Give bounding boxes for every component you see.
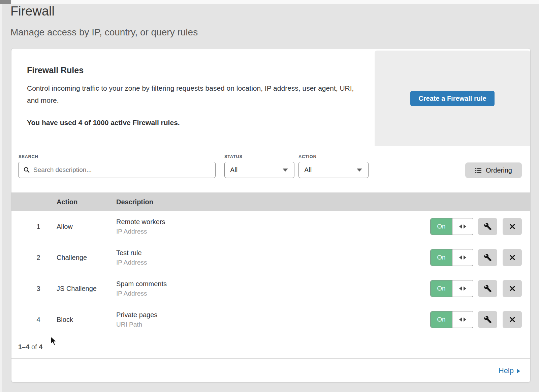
column-header-description: Description: [116, 198, 153, 206]
table-row: 4 Block Private pages URI Path On: [11, 304, 530, 335]
help-link[interactable]: Help: [499, 366, 520, 375]
status-selected-value: All: [230, 166, 237, 174]
delete-rule-button[interactable]: [503, 311, 522, 328]
action-select[interactable]: All: [298, 162, 369, 178]
ordering-button[interactable]: Ordering: [465, 162, 522, 178]
wrench-icon: [484, 222, 492, 231]
delete-rule-button[interactable]: [503, 218, 522, 235]
rule-action: Challenge: [57, 253, 87, 261]
triangle-right-icon: [464, 224, 466, 229]
column-header-action: Action: [57, 198, 77, 206]
triangle-right-icon: [464, 287, 466, 291]
rule-field: URI Path: [116, 321, 157, 328]
close-icon: [509, 316, 516, 323]
ordering-list-icon: [475, 167, 482, 174]
status-select[interactable]: All: [224, 162, 294, 178]
close-icon: [509, 223, 516, 230]
chevron-down-icon: [357, 169, 362, 172]
table-row: 1 Allow Remote workers IP Address On: [11, 211, 530, 242]
row-controls: On: [430, 280, 522, 297]
rule-action: Block: [57, 315, 73, 323]
card-footer: Help: [11, 358, 530, 383]
create-firewall-rule-button[interactable]: Create a Firewall rule: [410, 91, 495, 106]
rules-usage-text: You have used 4 of 1000 active Firewall …: [27, 119, 180, 127]
wrench-icon: [484, 253, 492, 262]
card-heading: Firewall Rules: [27, 65, 84, 75]
drag-arrows-icon[interactable]: [452, 249, 473, 266]
search-icon: [23, 167, 30, 173]
rule-priority: 4: [32, 315, 45, 323]
pagination-total: 4: [39, 343, 42, 350]
ordering-button-label: Ordering: [486, 167, 512, 174]
rule-action: JS Challenge: [57, 284, 97, 292]
action-label: ACTION: [298, 154, 316, 159]
page-subtitle: Manage access by IP, country, or query r…: [10, 27, 198, 38]
triangle-left-icon: [459, 318, 462, 322]
table-header: Action Description: [11, 192, 530, 211]
pagination-of-label: of: [31, 343, 37, 350]
rule-priority: 1: [32, 222, 45, 230]
triangle-left-icon: [459, 287, 462, 291]
drag-arrows-icon[interactable]: [452, 311, 473, 328]
pagination: 1–4 of 4: [11, 335, 530, 358]
rule-enabled-toggle[interactable]: On: [430, 249, 473, 266]
edit-rule-button[interactable]: [478, 311, 497, 328]
rule-field: IP Address: [116, 259, 147, 266]
window-chrome-left-strip: [0, 4, 2, 392]
wrench-icon: [484, 284, 492, 293]
search-label: SEARCH: [19, 154, 38, 159]
rule-field: IP Address: [116, 228, 165, 235]
edit-rule-button[interactable]: [478, 249, 497, 266]
table-row: 2 Challenge Test rule IP Address On: [11, 242, 530, 273]
card-description: Control incoming traffic to your zone by…: [27, 82, 359, 107]
rule-enabled-toggle[interactable]: On: [430, 280, 473, 297]
toggle-on-segment[interactable]: On: [431, 218, 452, 235]
rule-description: Private pages: [116, 311, 157, 319]
action-selected-value: All: [304, 166, 312, 174]
triangle-right-icon: [464, 255, 466, 260]
table-row: 3 JS Challenge Spam comments IP Address …: [11, 273, 530, 304]
arrow-right-icon: [517, 369, 520, 373]
window-chrome-corner: [0, 0, 11, 4]
search-input[interactable]: [33, 166, 211, 174]
rule-description: Spam comments: [116, 280, 167, 288]
rule-description: Remote workers: [116, 218, 165, 225]
rule-description: Test rule: [116, 249, 147, 257]
drag-arrows-icon[interactable]: [452, 280, 473, 297]
chevron-down-icon: [283, 169, 288, 172]
drag-arrows-icon[interactable]: [452, 218, 473, 235]
rule-enabled-toggle[interactable]: On: [430, 311, 473, 328]
rule-field: IP Address: [116, 290, 167, 297]
page-title: Firewall: [10, 4, 55, 19]
triangle-left-icon: [459, 255, 462, 260]
card-top-section: Create a Firewall rule Firewall Rules Co…: [11, 49, 530, 146]
mouse-cursor: [49, 336, 58, 346]
row-controls: On: [430, 218, 522, 235]
delete-rule-button[interactable]: [503, 249, 522, 266]
toggle-on-segment[interactable]: On: [431, 280, 452, 297]
status-label: STATUS: [224, 154, 243, 159]
help-link-label: Help: [499, 366, 514, 375]
wrench-icon: [484, 315, 492, 324]
firewall-rules-card: Create a Firewall rule Firewall Rules Co…: [11, 48, 531, 383]
toggle-on-segment[interactable]: On: [431, 249, 452, 266]
rule-action: Allow: [57, 222, 73, 230]
create-rule-panel: Create a Firewall rule: [375, 51, 530, 146]
row-controls: On: [430, 249, 522, 266]
close-icon: [509, 254, 516, 261]
rule-priority: 2: [32, 253, 45, 261]
search-box[interactable]: [18, 162, 216, 178]
filters-bar: SEARCH STATUS All ACTION All: [11, 146, 530, 192]
pagination-range: 1–4: [18, 343, 29, 350]
rule-priority: 3: [32, 284, 45, 292]
toggle-on-segment[interactable]: On: [431, 311, 452, 328]
window-chrome-strip: [0, 0, 539, 4]
triangle-right-icon: [464, 318, 466, 322]
edit-rule-button[interactable]: [478, 218, 497, 235]
row-controls: On: [430, 311, 522, 328]
delete-rule-button[interactable]: [503, 280, 522, 297]
triangle-left-icon: [459, 224, 462, 229]
rule-enabled-toggle[interactable]: On: [430, 218, 473, 235]
close-icon: [509, 285, 516, 292]
edit-rule-button[interactable]: [478, 280, 497, 297]
